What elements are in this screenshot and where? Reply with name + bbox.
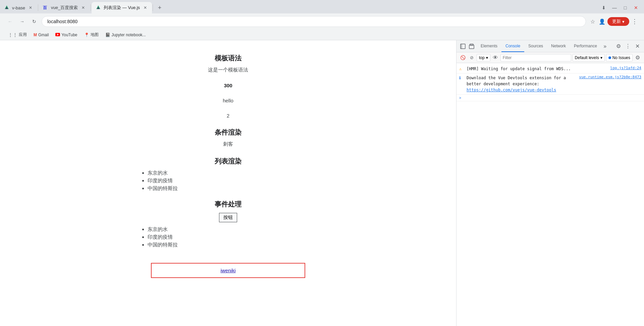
list-item-1: 东京的水 — [148, 170, 329, 176]
close-button[interactable]: ✕ — [632, 4, 640, 12]
bookmark-label-apps: 应用 — [19, 32, 27, 38]
console-info-icon: ℹ — [459, 76, 464, 80]
console-filter-icon[interactable]: ⊘ — [468, 54, 475, 61]
minimize-button[interactable]: — — [610, 4, 619, 12]
console-clear-icon[interactable]: 🚫 — [459, 54, 467, 61]
tab-close-vue-list[interactable]: ✕ — [143, 5, 148, 10]
vue-favicon-1 — [4, 5, 9, 10]
bookmark-label-jupyter: Jupyter notebook... — [112, 33, 146, 37]
hello-section: hello — [127, 98, 329, 106]
tab-close-v-base[interactable]: ✕ — [28, 5, 33, 10]
devtools-tab-network[interactable]: Network — [547, 40, 570, 52]
address-actions: ☆ 👤 更新 ▾ ⋮ — [589, 17, 639, 26]
browser-frame: v-base ✕ 百 vue_百度搜索 ✕ 列表渲染 — Vue.js ✕ + … — [0, 0, 644, 326]
template-syntax-title: 模板语法 — [215, 54, 241, 63]
devtools-dock-icon[interactable] — [459, 43, 467, 50]
devtools-header: Elements Console Sources Network Perform… — [457, 40, 644, 52]
update-label: 更新 — [612, 18, 621, 25]
forward-button[interactable]: → — [17, 17, 27, 26]
url-text: localhost:8080 — [47, 19, 77, 24]
list-render-section: 列表渲染 东京的水 印度的疫情 中国的特斯拉 — [127, 157, 329, 193]
tab-separator-2 — [91, 4, 91, 11]
console-message-vue: Download the Vue Devtools extension for … — [467, 75, 577, 93]
context-arrow: ▾ — [486, 55, 488, 60]
svg-rect-9 — [470, 44, 473, 45]
console-arrow-icon[interactable]: > — [459, 96, 461, 100]
event-title: 事件处理 — [215, 200, 241, 209]
console-entry-vue-row: ℹ Download the Vue Devtools extension fo… — [459, 75, 641, 93]
event-list-items: 东京的水 印度的疫情 中国的特斯拉 — [127, 226, 178, 249]
update-button[interactable]: 更新 ▾ — [607, 17, 629, 26]
tab-vue-list[interactable]: 列表渲染 — Vue.js ✕ — [92, 2, 152, 13]
devtools-settings-icon[interactable]: ⚙ — [614, 42, 623, 50]
hello-value: hello — [223, 98, 233, 103]
console-eye-icon[interactable]: 👁 — [492, 54, 499, 61]
devtools-tab-sources[interactable]: Sources — [524, 40, 547, 52]
svg-rect-7 — [461, 44, 462, 49]
bookmark-gmail[interactable]: M Gmail — [31, 31, 51, 39]
jupyter-icon: 📓 — [105, 33, 110, 37]
console-settings-icon[interactable]: ⚙ — [634, 54, 641, 61]
devtools-options-icon[interactable]: ⋮ — [624, 42, 632, 50]
back-button[interactable]: ← — [5, 17, 15, 26]
console-levels-select[interactable]: Default levels ▾ — [573, 54, 605, 61]
tab-separator-1 — [38, 4, 38, 11]
template-syntax-section: 模板语法 这是一个模板语法 — [127, 54, 329, 76]
maximize-button[interactable]: □ — [621, 4, 629, 12]
levels-arrow: ▾ — [600, 55, 602, 60]
devtools-toolbar: 🚫 ⊘ top ▾ 👁 Default levels ▾ No Issues ⚙ — [457, 52, 644, 63]
bookmark-jupyter[interactable]: 📓 Jupyter notebook... — [103, 31, 149, 39]
gmail-icon: M — [34, 33, 37, 37]
event-list-item-2: 印度的疫情 — [148, 234, 178, 240]
tab-baidu[interactable]: 百 vue_百度搜索 ✕ — [39, 2, 90, 13]
tab-title-v-base: v-base — [12, 5, 25, 10]
star-icon[interactable]: ☆ — [589, 17, 597, 26]
levels-label: Default levels — [575, 55, 599, 60]
devtools-undock-icon[interactable] — [468, 43, 475, 50]
console-issues-badge[interactable]: No Issues — [606, 54, 633, 61]
event-list-item-3: 中国的特斯拉 — [148, 242, 178, 248]
tab-title-baidu: vue_百度搜索 — [51, 5, 78, 11]
console-entry-vue-devtools: ℹ Download the Vue Devtools extension fo… — [457, 74, 644, 95]
tab-title-vue-list: 列表渲染 — Vue.js — [104, 5, 140, 11]
bookmark-label-gmail: Gmail — [38, 33, 49, 37]
chrome-menu-button[interactable]: ⋮ — [631, 17, 639, 26]
bookmark-label-youtube: YouTube — [61, 33, 77, 37]
page-content: 模板语法 这是一个模板语法 300 hello 2 条件渲染 刺客 列表渲染 — [0, 40, 456, 326]
list-render-title: 列表渲染 — [127, 157, 329, 166]
console-source-hmr[interactable]: log.js?1afd:24 — [610, 66, 641, 70]
tab-label-performance: Performance — [574, 44, 597, 48]
console-context-select[interactable]: top ▾ — [477, 54, 490, 61]
devtools-tabs: Elements Console Sources Network Perform… — [477, 40, 613, 52]
youtube-icon — [55, 33, 60, 37]
new-tab-button[interactable]: + — [155, 3, 164, 12]
tab-close-baidu[interactable]: ✕ — [80, 5, 86, 10]
address-bar: ← → ↻ localhost:8080 ☆ 👤 更新 ▾ ⋮ — [0, 13, 644, 30]
maps-icon: 📍 — [84, 33, 89, 37]
devtools-tab-performance[interactable]: Performance — [570, 40, 601, 52]
devtools-tab-console[interactable]: Console — [501, 40, 524, 52]
console-entry-arrow: > — [457, 95, 644, 101]
list-item-2: 印度的疫情 — [148, 178, 329, 184]
console-link-vue-devtools[interactable]: https://github.com/vuejs/vue-devtools — [467, 88, 556, 92]
event-button[interactable]: 按钮 — [219, 213, 237, 222]
devtools-more-tabs[interactable]: » — [601, 42, 609, 50]
bookmark-youtube[interactable]: YouTube — [53, 31, 80, 39]
console-filter-input[interactable] — [500, 54, 571, 61]
url-bar[interactable]: localhost:8080 — [42, 16, 586, 27]
bookmark-apps[interactable]: ⋮⋮ 应用 — [5, 31, 30, 39]
console-source-vue[interactable]: vue.runtime.esm.js?2b0e:8473 — [579, 75, 641, 93]
tab-label-elements: Elements — [481, 44, 497, 48]
console-line-1: Download the Vue Devtools extension for … — [467, 75, 577, 81]
tab-v-base[interactable]: v-base ✕ — [0, 2, 37, 13]
refresh-button[interactable]: ↻ — [30, 17, 39, 26]
iweniki-link[interactable]: iweniki — [220, 268, 235, 273]
tab-bar: v-base ✕ 百 vue_百度搜索 ✕ 列表渲染 — Vue.js ✕ + … — [0, 0, 644, 13]
event-list-item-1: 东京的水 — [148, 226, 178, 233]
window-controls: ⬇ — □ ✕ — [600, 4, 644, 12]
devtools-tab-elements[interactable]: Elements — [477, 40, 501, 52]
devtools-close-button[interactable]: ✕ — [633, 42, 641, 50]
downloads-icon[interactable]: ⬇ — [600, 4, 608, 12]
bookmark-maps[interactable]: 📍 地图 — [82, 31, 101, 39]
profile-icon[interactable]: 👤 — [598, 17, 606, 26]
